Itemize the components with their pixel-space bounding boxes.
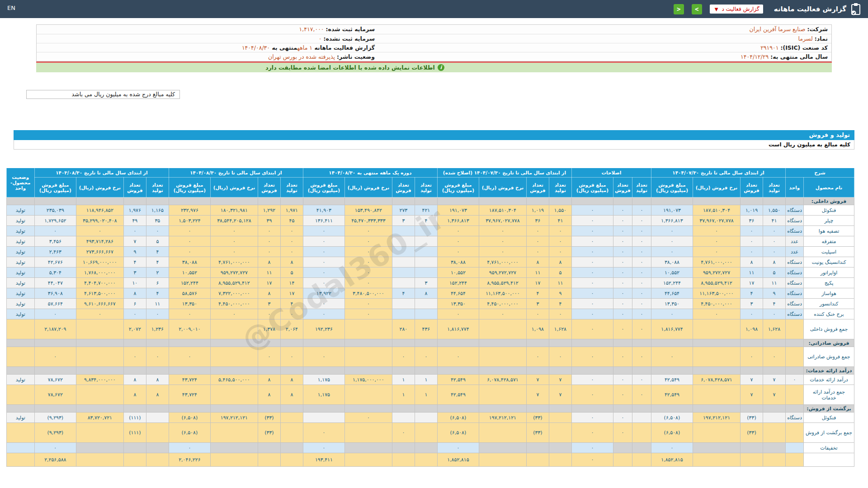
value-cell: ۰	[169, 247, 210, 257]
unit-cell: دستگاه	[786, 413, 804, 423]
table-row: درآمد ارائه خدمات۰۷۷۶,۰۷۸,۴۲۸,۵۷۱۴۲,۵۴۹۰…	[6, 375, 854, 385]
value-cell: ۰	[613, 216, 632, 226]
value-cell: ۰	[693, 226, 741, 236]
column-header: شرح	[786, 168, 854, 178]
value-cell: ۴۵	[280, 216, 303, 226]
status-cell: تولید	[6, 288, 34, 299]
value-cell	[392, 226, 415, 236]
product-name-cell: جمع برگشت از فروش	[804, 423, 854, 443]
status-cell	[6, 339, 34, 347]
value-cell	[763, 413, 786, 423]
value-cell: ۰	[258, 236, 280, 247]
value-cell	[632, 197, 651, 205]
product-name-cell: درآمد ارائه خدمات:	[804, 367, 854, 375]
value-cell: ۴	[123, 257, 146, 267]
page-title: گزارش فعالیت ماهانه	[774, 5, 846, 13]
column-header: مبلغ فروش (میلیون ریال)	[169, 178, 210, 197]
value-cell	[344, 405, 392, 413]
value-cell: ۳	[123, 267, 146, 278]
value-cell: ۰	[632, 216, 651, 226]
info-label: نماد:	[815, 35, 828, 42]
value-cell: ۰	[632, 347, 651, 367]
value-cell: ۷	[549, 385, 571, 405]
table-row: چیلردستگاه۴۱۳۶۳۷,۹۶۷,۰۲۷,۷۷۸۱,۳۶۶,۸۱۳۰۰۰…	[6, 216, 854, 226]
value-cell	[549, 453, 571, 467]
prev-report-button[interactable]: <	[674, 4, 684, 14]
value-cell: ۰	[303, 278, 344, 288]
value-cell: ۰	[437, 236, 479, 247]
value-cell: (۹,۲۹۳)	[34, 413, 76, 423]
status-cell: تولید	[6, 247, 34, 257]
status-cell	[6, 385, 34, 405]
value-cell: (۱۱۱)	[123, 423, 146, 443]
value-cell	[479, 197, 526, 205]
value-cell: ۱,۱۷۵	[303, 375, 344, 385]
value-cell: ۲,۱۸۷,۲۰۹	[34, 319, 76, 339]
value-cell	[34, 339, 76, 347]
value-cell: ۰	[613, 278, 632, 288]
value-cell: ۴۹	[123, 216, 146, 226]
value-cell	[258, 339, 280, 347]
value-cell: ۱۷	[526, 278, 549, 288]
value-cell	[210, 367, 258, 375]
unit-cell	[786, 339, 804, 347]
value-cell: ۸	[123, 375, 146, 385]
info-label: سرمایه ثبت شده:	[326, 26, 375, 33]
value-cell: ۰	[741, 247, 763, 257]
value-cell: ۰	[613, 257, 632, 267]
value-cell: ۳	[258, 299, 280, 309]
report-type-dropdown[interactable]: گزارش فعالیت د ▼	[710, 5, 763, 14]
value-cell: ۰	[76, 309, 123, 319]
value-cell: ۰	[437, 347, 479, 367]
value-cell: ۰	[280, 247, 303, 257]
value-cell: ۰	[571, 423, 613, 443]
value-cell	[258, 197, 280, 205]
info-label: منتهی به	[270, 44, 297, 51]
value-cell: ۱	[415, 385, 437, 405]
value-cell: ۴,۷۶۱,۰۰۰,۰۰۰	[693, 257, 741, 267]
value-cell	[280, 413, 303, 423]
value-cell	[693, 423, 741, 443]
value-cell: ۰	[526, 309, 549, 319]
value-cell: ۴,۴۵۰,۰۰۰,۰۰۰	[479, 299, 526, 309]
product-name-cell: برگشت از فروش:	[804, 405, 854, 413]
value-cell	[76, 443, 123, 453]
info-value: ۰	[319, 35, 324, 42]
value-cell: ۷	[763, 385, 786, 405]
value-cell: ۰	[571, 205, 613, 216]
info-value: ۱ ماهه	[297, 44, 313, 51]
product-name-cell: فنکوئل	[804, 413, 854, 423]
value-cell: ۲۳۲,۹۷۶	[169, 205, 210, 216]
value-cell: ۵۸,۵۷۶	[169, 288, 210, 299]
value-cell	[693, 347, 741, 367]
value-cell	[763, 197, 786, 205]
value-cell: ۰	[123, 309, 146, 319]
value-cell	[169, 405, 210, 413]
status-cell: تولید	[6, 226, 34, 236]
column-header: از ابتدای سال مالی تا تاریخ ۱۴۰۴/۰۷/۳۰ (…	[437, 168, 571, 178]
product-name-cell: پکیج	[804, 278, 854, 288]
table-row: تصفیه هوادستگاه۰۰۰۰۰۰۰۰۰۰۰۰۰۰۰۰۰۰۰۰۰تولی…	[6, 226, 854, 236]
value-cell	[344, 385, 392, 405]
value-cell: ۸	[280, 375, 303, 385]
value-cell	[146, 423, 169, 443]
production-sales-table: شرحاز ابتدای سال مالی تا تاریخ ۱۴۰۴/۰۷/۳…	[6, 168, 854, 467]
value-cell	[693, 385, 741, 405]
value-cell	[415, 367, 437, 375]
value-cell: ۱۳,۳۵۰	[651, 299, 693, 309]
value-cell: ۷	[741, 385, 763, 405]
company-info-cell: گزارش فعالیت ماهانه ۱ ماههمنتهی به ۱۴۰۴/…	[37, 43, 378, 52]
value-cell: ۵	[549, 267, 571, 278]
value-cell: ۰	[632, 247, 651, 257]
value-cell: ۰	[280, 236, 303, 247]
value-cell: ۴	[146, 288, 169, 299]
value-cell: ۱,۱۶۵	[146, 205, 169, 216]
column-header: مبلغ فروش (میلیون ریال)	[34, 178, 76, 197]
value-cell: ۱۵۲,۲۴۴	[437, 278, 479, 288]
status-cell: تولید	[6, 257, 34, 267]
next-report-button[interactable]: >	[692, 4, 702, 14]
value-cell: ۱۹۱,۰۷۳	[437, 205, 479, 216]
value-cell: ۷۸,۶۷۲	[34, 385, 76, 405]
value-cell	[549, 443, 571, 453]
language-switch-en[interactable]: EN	[7, 5, 15, 11]
